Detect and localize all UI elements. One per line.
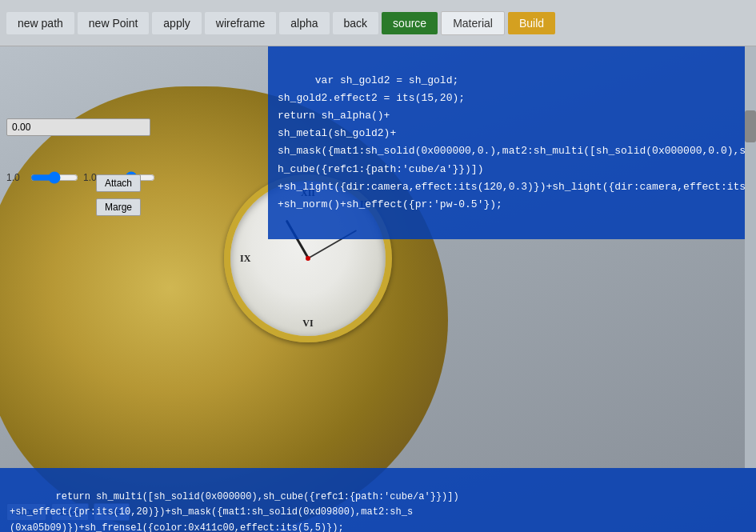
merge-button[interactable]: Marge xyxy=(96,198,141,216)
attach-button[interactable]: Attach xyxy=(96,174,141,192)
material-button[interactable]: Material xyxy=(441,11,505,35)
code-overlay-bottom: return sh_multi([sh_solid(0x000000),sh_c… xyxy=(0,468,756,532)
wireframe-button[interactable]: wireframe xyxy=(205,12,276,34)
x-label: 1.0 xyxy=(6,172,26,183)
scrollbar-thumb[interactable] xyxy=(745,110,756,142)
build-button[interactable]: Build xyxy=(508,12,555,34)
code-text-bottom: return sh_multi([sh_solid(0x000000),sh_c… xyxy=(10,491,459,532)
code-text-top: var sh_gold2 = sh_gold; sh_gold2.effect2… xyxy=(278,74,746,210)
value-input[interactable] xyxy=(6,118,150,136)
toolbar: new path new Point apply wireframe alpha… xyxy=(0,0,756,46)
main-area: XII III VI IX 1.0 1.0 Attach Marge xyxy=(0,46,756,532)
apply-button[interactable]: apply xyxy=(152,12,201,34)
source-button[interactable]: source xyxy=(382,12,438,34)
alpha-button[interactable]: alpha xyxy=(279,12,329,34)
center-dot xyxy=(306,256,310,261)
rn-6: VI xyxy=(302,318,313,330)
3d-viewport[interactable]: XII III VI IX 1.0 1.0 Attach Marge xyxy=(0,46,756,532)
new-point-button[interactable]: new Point xyxy=(78,12,149,34)
rn-9: IX xyxy=(240,253,250,265)
new-path-button[interactable]: new path xyxy=(6,12,74,34)
code-overlay-top: var sh_gold2 = sh_gold; sh_gold2.effect2… xyxy=(268,46,756,239)
x-slider[interactable] xyxy=(30,171,78,184)
back-button[interactable]: back xyxy=(333,12,379,34)
scrollbar[interactable] xyxy=(745,46,756,468)
